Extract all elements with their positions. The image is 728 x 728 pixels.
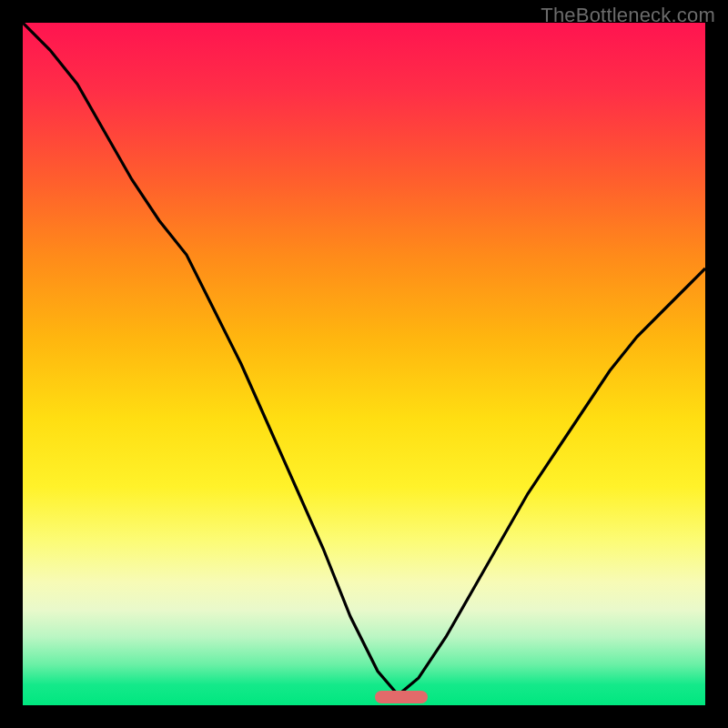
chart-frame: TheBottleneck.com (0, 0, 728, 728)
bottleneck-curve (23, 23, 705, 705)
minimum-marker (375, 691, 428, 703)
watermark-label: TheBottleneck.com (541, 4, 715, 27)
curve-path (23, 23, 705, 695)
